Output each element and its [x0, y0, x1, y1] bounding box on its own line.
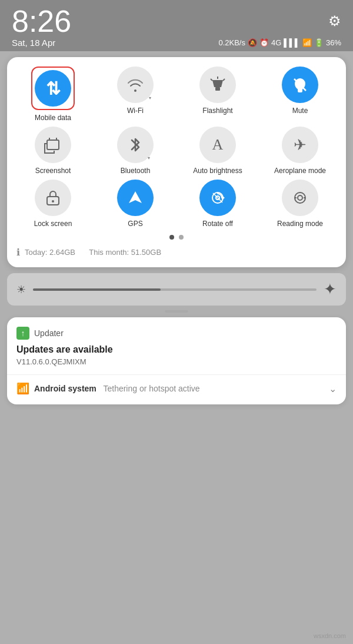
screenshot-label: Screenshot [35, 167, 71, 175]
time-display: 8:26 [12, 6, 71, 36]
svg-rect-7 [47, 140, 59, 150]
aeroplane-label: Aeroplane mode [274, 167, 326, 175]
auto-brightness-circle: A [199, 127, 236, 163]
bluetooth-circle: ▾ [117, 127, 154, 163]
rotate-off-label: Rotate off [202, 220, 233, 228]
brightness-track[interactable] [33, 288, 317, 291]
status-icons: 0.2KB/s 🔕 ⏰ 4G ▌▌▌ 📶 🔋 36% [218, 38, 341, 47]
wifi-icon: 📶 [302, 38, 312, 47]
data-usage-month: This month: 51.50GB [89, 248, 161, 257]
qs-item-rotate-off[interactable]: Rotate off [179, 180, 257, 228]
brightness-low-icon: ☀ [16, 283, 26, 296]
auto-brightness-label: Auto brightness [193, 167, 242, 175]
svg-marker-12 [129, 191, 142, 203]
flashlight-label: Flashlight [202, 107, 232, 115]
qs-item-mobile-data[interactable]: ⇅ Mobile data [14, 67, 92, 122]
sim-icon: 4G [271, 38, 281, 47]
gps-label: GPS [128, 220, 142, 228]
notification-card: ↑ Updater Updates are available V11.0.6.… [7, 317, 346, 404]
reading-mode-label: Reading mode [277, 220, 323, 228]
mute-circle [282, 67, 318, 103]
data-usage-bar: ℹ Today: 2.64GB This month: 51.50GB [14, 245, 339, 259]
qs-item-auto-brightness[interactable]: A Auto brightness [179, 127, 257, 175]
lock-screen-circle [35, 180, 71, 216]
battery-icon: 🔋 [314, 38, 324, 47]
dot-1 [169, 235, 174, 240]
brightness-bar[interactable]: ☀ ✦ [7, 273, 346, 306]
notif-subtitle: V11.0.6.0.QEJMIXM [16, 357, 337, 366]
svg-point-11 [52, 200, 54, 203]
notif-second-appname: Android system [34, 384, 96, 393]
updater-app-icon: ↑ [16, 327, 29, 340]
screenshot-circle [35, 127, 71, 163]
qs-item-aeroplane[interactable]: ✈ Aeroplane mode [261, 127, 339, 175]
notif-second-row[interactable]: 📶 Android system Tethering or hotspot ac… [16, 382, 337, 395]
drag-handle [165, 310, 188, 313]
svg-marker-0 [212, 80, 223, 87]
flashlight-circle [199, 67, 236, 103]
svg-rect-1 [215, 87, 220, 91]
watermark: wsxdn.com [314, 632, 346, 639]
svg-line-4 [223, 79, 225, 81]
chevron-down-icon[interactable]: ⌄ [329, 383, 337, 394]
svg-line-3 [211, 79, 212, 81]
qs-item-bluetooth[interactable]: ▾ Bluetooth [96, 127, 174, 175]
battery-level: 36% [326, 38, 341, 47]
status-bar: 8:26 ⚙ Sat, 18 Apr 0.2KB/s 🔕 ⏰ 4G ▌▌▌ 📶 … [0, 0, 353, 51]
qs-item-gps[interactable]: GPS [96, 180, 174, 228]
qs-item-screenshot[interactable]: Screenshot [14, 127, 92, 175]
brightness-fill [33, 288, 161, 291]
aeroplane-circle: ✈ [282, 127, 318, 163]
svg-rect-5 [298, 90, 302, 92]
reading-mode-circle [282, 180, 318, 216]
wifi-circle: ▾ [117, 67, 154, 103]
brightness-high-icon: ✦ [324, 280, 337, 298]
qs-item-lock-screen[interactable]: Lock screen [14, 180, 92, 228]
alarm-icon: ⏰ [259, 38, 269, 47]
quick-settings-panel: ⇅ Mobile data ▾ Wi-Fi [7, 57, 346, 267]
mute-label: Mute [292, 107, 308, 115]
updater-app-name: Updater [34, 328, 64, 338]
mobile-data-label: Mobile data [35, 114, 71, 122]
settings-icon[interactable]: ⚙ [328, 13, 341, 29]
data-usage-icon: ℹ [16, 247, 20, 258]
qs-item-flashlight[interactable]: Flashlight [179, 67, 257, 122]
qs-item-reading-mode[interactable]: Reading mode [261, 180, 339, 228]
lock-screen-label: Lock screen [34, 220, 72, 228]
wifi-notif-icon: 📶 [16, 382, 29, 395]
rotate-off-circle [199, 180, 236, 216]
signal-icon: ▌▌▌ [284, 38, 300, 47]
date-display: Sat, 18 Apr [12, 38, 55, 48]
speed-indicator: 0.2KB/s [218, 38, 245, 47]
qs-grid: ⇅ Mobile data ▾ Wi-Fi [14, 67, 339, 228]
svg-point-18 [298, 195, 302, 200]
dot-2 [179, 235, 184, 240]
gps-circle [117, 180, 154, 216]
mute-icon: 🔕 [248, 38, 257, 47]
wifi-label: Wi-Fi [127, 107, 144, 115]
qs-item-wifi[interactable]: ▾ Wi-Fi [96, 67, 174, 122]
data-usage-today: Today: 2.64GB [25, 248, 75, 257]
notif-title: Updates are available [16, 344, 337, 355]
bluetooth-label: Bluetooth [121, 167, 151, 175]
mobile-data-circle: ⇅ [35, 70, 71, 107]
notif-header: ↑ Updater [16, 327, 337, 340]
notif-second-detail: Tethering or hotspot active [101, 384, 200, 393]
page-dots [14, 235, 339, 240]
notif-divider [7, 374, 346, 375]
qs-item-mute[interactable]: Mute [261, 67, 339, 122]
